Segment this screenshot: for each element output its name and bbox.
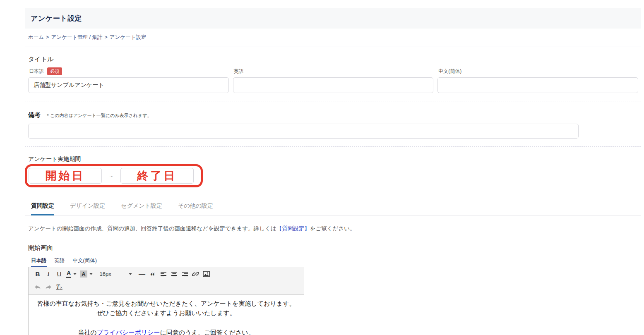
breadcrumb-current-page[interactable]: アンケート設定: [110, 34, 147, 40]
start-screen-editor: B I U A A 16px — “: [28, 267, 304, 335]
title-field-chinese: 中文(简体): [437, 67, 638, 93]
background-color-icon: A: [80, 270, 87, 278]
period-annotation-box: 開始日 ~ 終了日: [25, 164, 203, 187]
tab-description: アンケートの開始画面の作成、質問の追加、回答終了後の画面遷移などを設定できます。…: [28, 225, 641, 232]
required-badge: 必須: [47, 67, 62, 75]
period-section-heading: アンケート実施期間: [28, 156, 641, 163]
remarks-section-head: 備考 ＊この内容はアンケート一覧にのみ表示されます。: [28, 111, 641, 119]
editor-paragraph: 当社のプライバシーポリシーに同意のうえ、ご回答ください。: [32, 328, 300, 335]
breadcrumb: ホーム>アンケート管理 / 集計>アンケート設定: [25, 29, 641, 46]
align-left-button[interactable]: [159, 269, 168, 279]
align-right-icon: [182, 271, 188, 277]
lang-tab-english[interactable]: 英語: [55, 257, 65, 267]
lang-tab-japanese[interactable]: 日本語: [31, 257, 47, 267]
tab-design-settings[interactable]: デザイン設定: [70, 202, 105, 215]
image-icon: [203, 271, 210, 277]
tab-other-settings[interactable]: その他の設定: [178, 202, 213, 215]
insert-link-button[interactable]: [191, 269, 201, 279]
page-title: アンケート設定: [31, 14, 635, 23]
editor-paragraph: ぜひご協力くださいますようお願いいたします。: [32, 308, 300, 318]
title-fields-row: 日本語 必須 英語 中文(简体): [28, 67, 638, 93]
font-size-value: 16px: [100, 271, 111, 277]
blockquote-icon: “: [150, 274, 155, 278]
remarks-heading: 備考: [28, 111, 41, 119]
tab-description-text: をご覧ください。: [310, 225, 356, 232]
italic-button[interactable]: I: [43, 269, 53, 279]
insert-image-button[interactable]: [202, 269, 211, 279]
title-section-heading: タイトル: [28, 55, 641, 63]
redo-button[interactable]: [43, 282, 53, 292]
caret-down-icon: [129, 273, 132, 275]
title-field-english: 英語: [233, 67, 434, 93]
align-right-button[interactable]: [180, 269, 190, 279]
title-input-english[interactable]: [233, 77, 434, 93]
page-header: アンケート設定: [25, 8, 641, 29]
remarks-input[interactable]: [28, 124, 579, 139]
background-color-button[interactable]: A: [79, 269, 94, 279]
undo-icon: [34, 285, 41, 290]
redo-icon: [45, 285, 52, 290]
clear-formatting-icon: T×: [56, 283, 62, 291]
period-separator: ~: [102, 173, 120, 179]
editor-text: 当社の: [78, 329, 96, 335]
start-date-input[interactable]: [29, 168, 102, 184]
end-date-input[interactable]: [120, 168, 194, 184]
end-date-wrap: 終了日: [120, 168, 194, 184]
clear-formatting-button[interactable]: T×: [54, 282, 64, 292]
question-settings-help-link[interactable]: 【質問設定】: [276, 225, 310, 232]
editor-toolbar-row1: B I U A A 16px — “: [29, 267, 304, 281]
undo-button[interactable]: [33, 282, 43, 292]
title-field-japanese: 日本語 必須: [28, 67, 229, 93]
title-input-japanese[interactable]: [28, 77, 229, 93]
align-center-icon: [171, 271, 178, 277]
remarks-note: ＊この内容はアンケート一覧にのみ表示されます。: [46, 112, 152, 119]
text-color-icon: A: [66, 270, 71, 278]
link-icon: [192, 270, 199, 278]
editor-content-area[interactable]: 皆様の率直なお気持ち・ご意見をお聞かせいただきたく、アンケートを実施しております…: [29, 294, 304, 335]
section-divider: [25, 146, 641, 147]
settings-tabs: 質問設定 デザイン設定 セグメント設定 その他の設定: [25, 202, 641, 215]
align-center-button[interactable]: [169, 269, 179, 279]
start-screen-heading: 開始画面: [28, 244, 641, 252]
caret-down-icon: [89, 273, 93, 275]
breadcrumb-separator: >: [105, 34, 108, 40]
field-label-chinese: 中文(简体): [438, 68, 461, 75]
editor-blank-line: [32, 318, 300, 328]
privacy-policy-link[interactable]: プライバシーポリシー: [97, 329, 160, 335]
language-tabs: 日本語 英語 中文(简体): [31, 257, 641, 267]
field-label-english: 英語: [234, 68, 244, 75]
horizontal-rule-button[interactable]: —: [137, 269, 147, 279]
tab-segment-settings[interactable]: セグメント設定: [121, 202, 162, 215]
tab-question-settings[interactable]: 質問設定: [31, 202, 54, 215]
text-color-button[interactable]: A: [65, 269, 78, 279]
align-left-icon: [160, 271, 167, 277]
bold-button[interactable]: B: [33, 269, 43, 279]
start-date-wrap: 開始日: [29, 168, 102, 184]
lang-tab-chinese[interactable]: 中文(简体): [73, 257, 97, 267]
editor-paragraph: 皆様の率直なお気持ち・ご意見をお聞かせいただきたく、アンケートを実施しております…: [32, 299, 300, 308]
section-divider: [25, 101, 641, 101]
breadcrumb-home-link[interactable]: ホーム: [28, 34, 44, 40]
breadcrumb-separator: >: [46, 34, 49, 40]
blockquote-button[interactable]: “: [148, 269, 158, 279]
page-container: アンケート設定 ホーム>アンケート管理 / 集計>アンケート設定 タイトル 日本…: [25, 0, 641, 335]
font-size-dropdown[interactable]: 16px: [97, 269, 134, 279]
title-input-chinese[interactable]: [437, 77, 638, 93]
editor-text: に同意のうえ、ご回答ください。: [160, 329, 255, 335]
caret-down-icon: [73, 273, 77, 275]
tab-description-text: アンケートの開始画面の作成、質問の追加、回答終了後の画面遷移などを設定できます。…: [28, 225, 276, 232]
breadcrumb-survey-admin-link[interactable]: アンケート管理 / 集計: [51, 34, 102, 40]
underline-button[interactable]: U: [54, 269, 64, 279]
editor-toolbar-row2: T×: [29, 281, 304, 294]
field-label-japanese: 日本語: [29, 68, 44, 75]
